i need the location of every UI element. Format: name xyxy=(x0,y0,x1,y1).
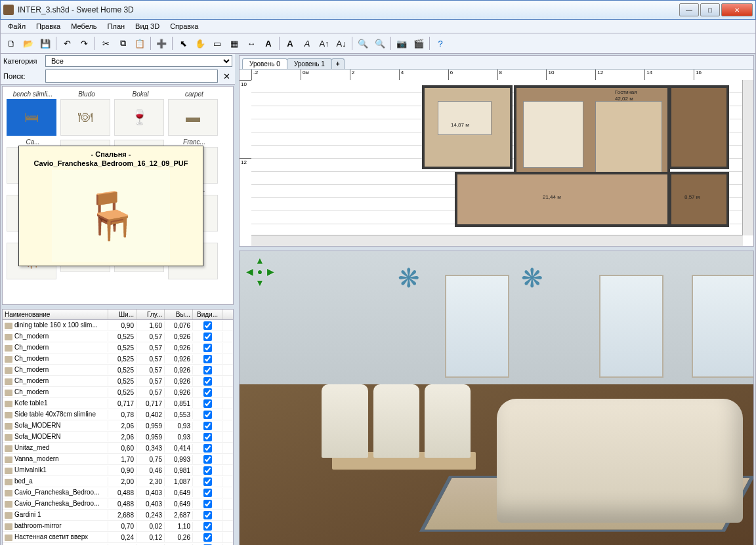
add-furniture-icon[interactable]: ➕ xyxy=(154,35,169,51)
font-increase-icon[interactable]: A↑ xyxy=(316,35,332,51)
catalog-item[interactable]: carpet▬ xyxy=(168,91,220,136)
table-row[interactable]: Ch_modern0,5250,570,926 xyxy=(3,387,233,398)
table-row[interactable]: Cavio_Francheska_Bedroo...0,4880,4030,64… xyxy=(3,498,233,510)
menu-help[interactable]: Справка xyxy=(165,21,203,31)
visible-checkbox[interactable] xyxy=(203,411,212,419)
visible-checkbox[interactable] xyxy=(203,533,212,542)
table-row[interactable]: Unitaz_med0,600,3430,414 xyxy=(3,443,233,454)
table-row[interactable]: Vanna_modern1,700,750,993 xyxy=(3,454,233,465)
col-name[interactable]: Наименование xyxy=(3,310,108,319)
table-row[interactable]: Ch_modern0,5250,570,926 xyxy=(3,353,233,365)
paste-icon[interactable]: 📋 xyxy=(132,35,148,51)
table-row[interactable]: bed_a2,002,301,087 xyxy=(3,476,233,487)
plan-scrollbar-h[interactable] xyxy=(251,235,743,246)
nav-center-icon[interactable]: ● xyxy=(255,266,265,277)
table-row[interactable]: Ch_modern0,5250,570,926 xyxy=(3,331,233,342)
table-row[interactable]: Gardini 12,6880,2432,687 xyxy=(3,510,233,521)
text-icon[interactable]: A xyxy=(261,35,276,51)
nav-up-icon[interactable]: ▲ xyxy=(255,255,264,266)
copy-icon[interactable]: ⧉ xyxy=(115,35,131,51)
visible-checkbox[interactable] xyxy=(203,466,212,475)
col-width[interactable]: Ши... xyxy=(108,310,136,319)
tab-level0[interactable]: Уровень 0 xyxy=(242,58,287,69)
font-decrease-icon[interactable]: A↓ xyxy=(333,35,349,51)
visible-checkbox[interactable] xyxy=(203,333,212,341)
visible-checkbox[interactable] xyxy=(203,433,212,441)
3d-nav-control[interactable]: ▲ ◀ ● ▶ ▼ xyxy=(243,255,276,288)
nav-left-icon[interactable]: ◀ xyxy=(244,266,255,277)
table-row[interactable]: Cavio_Francheska_Bedroo...0,4880,4030,64… xyxy=(3,487,233,498)
visible-checkbox[interactable] xyxy=(203,489,212,497)
tab-level1[interactable]: Уровень 1 xyxy=(287,58,332,69)
tab-add-level[interactable]: + xyxy=(331,58,345,69)
video-icon[interactable]: 🎬 xyxy=(411,35,427,51)
undo-icon[interactable]: ↶ xyxy=(59,35,75,51)
select-icon[interactable]: ⬉ xyxy=(175,35,191,51)
room[interactable]: 8,57 м xyxy=(669,172,729,227)
table-row[interactable]: Kofe table10,7170,7170,851 xyxy=(3,398,233,409)
zoom-in-icon[interactable]: 🔍 xyxy=(372,35,388,51)
photo-icon[interactable]: 📷 xyxy=(394,35,410,51)
text-italic-icon[interactable]: A xyxy=(299,35,315,51)
minimize-button[interactable]: — xyxy=(679,3,699,16)
catalog-item[interactable]: Bokal🍷 xyxy=(114,91,167,136)
open-icon[interactable]: 📂 xyxy=(20,35,36,51)
visible-checkbox[interactable] xyxy=(203,477,212,486)
menu-plan[interactable]: План xyxy=(103,21,130,31)
pan-icon[interactable]: ✋ xyxy=(192,35,208,51)
table-row[interactable]: Sofa_MODERN2,060,9590,93 xyxy=(3,420,233,432)
visible-checkbox[interactable] xyxy=(203,377,212,386)
table-row[interactable]: Настенная светит вверх0,240,120,26 xyxy=(3,532,233,543)
plan-canvas[interactable]: 14,87 м Гостиная 42,02 м 21,44 м 8,57 м xyxy=(251,80,743,235)
category-select[interactable]: Все xyxy=(45,55,232,67)
redo-icon[interactable]: ↷ xyxy=(76,35,92,51)
room[interactable] xyxy=(669,85,729,169)
help-icon[interactable]: ? xyxy=(432,35,448,51)
table-row[interactable]: dining table 160 x 100 slim...0,901,600,… xyxy=(3,320,233,331)
col-depth[interactable]: Глу... xyxy=(136,310,165,319)
text-bold-icon[interactable]: A xyxy=(282,35,298,51)
visible-checkbox[interactable] xyxy=(203,455,212,464)
room[interactable]: 21,44 м xyxy=(455,172,670,227)
visible-checkbox[interactable] xyxy=(203,522,212,531)
visible-checkbox[interactable] xyxy=(203,388,212,397)
table-header[interactable]: Наименование Ши... Глу... Вы... Види... xyxy=(3,310,233,320)
maximize-button[interactable]: □ xyxy=(700,3,720,16)
room[interactable]: 14,87 м xyxy=(422,85,513,169)
save-icon[interactable]: 💾 xyxy=(37,35,53,51)
table-row[interactable]: bathroom-mirror0,700,021,10 xyxy=(3,521,233,532)
table-row[interactable]: Ch_modern0,5250,570,926 xyxy=(3,376,233,387)
visible-checkbox[interactable] xyxy=(203,321,212,330)
catalog-item[interactable]: bench slimli...🛏 xyxy=(7,91,59,136)
visible-checkbox[interactable] xyxy=(203,355,212,363)
menu-edit[interactable]: Правка xyxy=(32,21,65,31)
3d-view[interactable]: ❋ ❋ ▲ ◀ ● ▶ ▼ xyxy=(239,251,754,545)
close-button[interactable]: ✕ xyxy=(721,3,753,16)
visible-checkbox[interactable] xyxy=(203,444,212,453)
table-row[interactable]: Sofa_MODERN2,060,9590,93 xyxy=(3,432,233,443)
new-icon[interactable]: 🗋 xyxy=(3,35,19,51)
visible-checkbox[interactable] xyxy=(203,500,212,508)
plan-scrollbar-v[interactable] xyxy=(742,80,753,235)
room-icon[interactable]: ▦ xyxy=(226,35,242,51)
menu-view3d[interactable]: Вид 3D xyxy=(131,21,164,31)
col-height[interactable]: Вы... xyxy=(165,310,193,319)
col-visible[interactable]: Види... xyxy=(193,310,222,319)
table-row[interactable]: Side table 40x78cm slimline0,780,4020,55… xyxy=(3,409,233,420)
menu-furniture[interactable]: Мебель xyxy=(66,21,101,31)
search-clear-icon[interactable]: ✕ xyxy=(220,70,232,82)
visible-checkbox[interactable] xyxy=(203,422,212,430)
zoom-out-icon[interactable]: 🔍 xyxy=(355,35,371,51)
search-input[interactable] xyxy=(45,70,218,83)
visible-checkbox[interactable] xyxy=(203,399,212,408)
table-row[interactable]: Ch_modern0,5250,570,926 xyxy=(3,365,233,376)
table-row[interactable]: Ch_modern0,5250,570,926 xyxy=(3,342,233,353)
furniture-catalog[interactable]: bench slimli...🛏 Bludo🍽 Bokal🍷 carpet▬ C… xyxy=(2,86,234,305)
nav-down-icon[interactable]: ▼ xyxy=(255,277,264,288)
visible-checkbox[interactable] xyxy=(203,344,212,352)
nav-right-icon[interactable]: ▶ xyxy=(265,266,276,277)
catalog-item[interactable]: Bludo🍽 xyxy=(60,91,113,136)
dimension-icon[interactable]: ↔ xyxy=(243,35,259,51)
table-row[interactable]: Umivalnik10,900,460,981 xyxy=(3,465,233,476)
visible-checkbox[interactable] xyxy=(203,511,212,519)
